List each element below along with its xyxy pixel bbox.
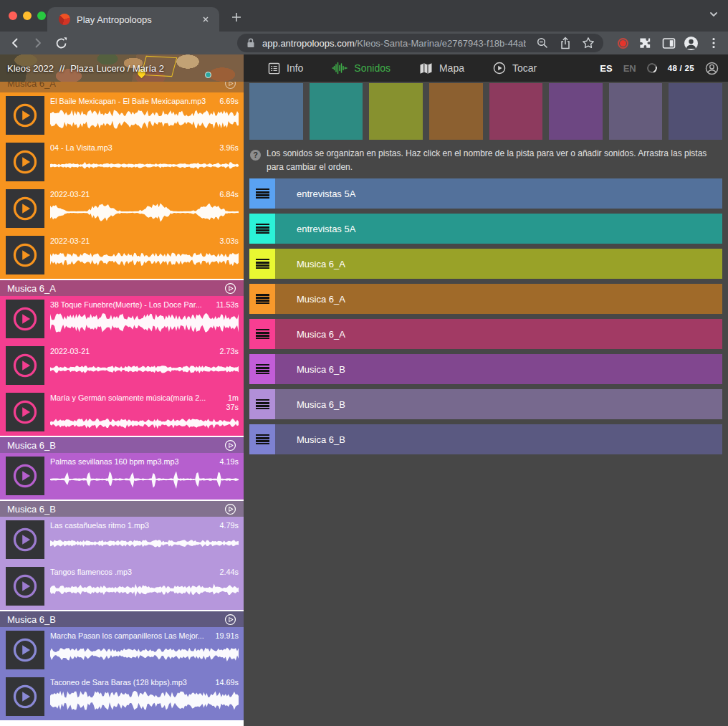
clip-play-button[interactable] xyxy=(6,567,44,606)
track-color-swatch[interactable] xyxy=(249,83,303,140)
track-name[interactable]: Musica 6_A xyxy=(297,294,345,305)
track-color-swatch[interactable] xyxy=(310,83,363,140)
clip-play-button[interactable] xyxy=(6,393,44,431)
clip-play-button[interactable] xyxy=(6,236,44,274)
nav-tab-mapa[interactable]: Mapa xyxy=(419,62,464,75)
play-all-icon[interactable] xyxy=(224,282,236,295)
waveform[interactable] xyxy=(50,201,239,223)
clip-play-button[interactable] xyxy=(6,457,44,495)
forward-button[interactable] xyxy=(30,34,45,52)
play-all-icon[interactable] xyxy=(224,439,236,452)
drag-handle[interactable] xyxy=(249,354,275,384)
clip-play-button[interactable] xyxy=(6,520,44,559)
extensions-puzzle-icon[interactable] xyxy=(639,35,653,51)
breadcrumb-project[interactable]: Kleos 2022 xyxy=(7,63,54,74)
address-bar[interactable]: app.antropoloops.com/Kleos-Santa-Marina/… xyxy=(237,34,603,52)
drag-handle[interactable] xyxy=(249,284,275,314)
track-name[interactable]: Musica 6_B xyxy=(297,399,345,410)
drag-handle[interactable] xyxy=(249,424,275,454)
bookmark-star-icon[interactable] xyxy=(582,36,595,50)
audio-clip[interactable]: Taconeo de Sara Baras (128 kbps).mp3 14.… xyxy=(0,674,244,720)
tab-search-chevron-icon[interactable] xyxy=(708,9,719,20)
track-color-swatch[interactable] xyxy=(429,83,483,140)
minimize-window-button[interactable] xyxy=(23,11,32,20)
reload-button[interactable] xyxy=(54,34,69,52)
track-row[interactable]: Musica 6_B xyxy=(249,424,722,454)
track-color-swatch[interactable] xyxy=(489,83,543,140)
clip-play-button[interactable] xyxy=(6,631,44,669)
waveform[interactable] xyxy=(50,532,239,554)
track-color-swatch[interactable] xyxy=(609,83,663,140)
track-row[interactable]: Musica 6_A xyxy=(249,249,722,279)
lock-icon[interactable] xyxy=(246,37,256,49)
waveform[interactable] xyxy=(50,358,239,380)
waveform[interactable] xyxy=(50,155,239,176)
track-group-header[interactable]: Musica 6_A xyxy=(0,280,244,296)
nav-tab-sonidos[interactable]: Sonidos xyxy=(332,62,391,75)
track-color-swatch[interactable] xyxy=(549,83,603,140)
drag-handle[interactable] xyxy=(249,249,275,279)
maximize-window-button[interactable] xyxy=(37,11,46,20)
side-panel-icon[interactable] xyxy=(661,35,676,51)
track-name[interactable]: entrevistas 5A xyxy=(297,188,355,199)
language-en-button[interactable]: EN xyxy=(623,63,636,74)
track-row[interactable]: entrevistas 5A xyxy=(249,178,722,209)
track-name[interactable]: Musica 6_B xyxy=(297,364,345,375)
track-group-header[interactable]: Musica 6_B xyxy=(0,501,244,517)
clip-play-button[interactable] xyxy=(6,189,44,228)
audio-clip[interactable]: 38 Toque Funebre(Muerte) - Los Doce Par.… xyxy=(0,296,244,343)
track-name[interactable]: Musica 6_A xyxy=(297,259,345,269)
drag-handle[interactable] xyxy=(249,319,275,349)
audio-clip[interactable]: María y Germán solamente música(maría 2.… xyxy=(0,389,244,436)
waveform[interactable] xyxy=(50,689,239,711)
language-es-button[interactable]: ES xyxy=(600,63,612,74)
audio-clip[interactable]: Marcha Pasan los campanilleros Las Mejor… xyxy=(0,627,244,674)
browser-tab[interactable]: Play Antropoloops xyxy=(47,7,219,32)
play-all-icon[interactable] xyxy=(224,82,236,90)
clip-play-button[interactable] xyxy=(6,143,44,181)
track-row[interactable]: Musica 6_B xyxy=(249,389,722,419)
track-name[interactable]: entrevistas 5A xyxy=(297,224,355,234)
zoom-indicator-icon[interactable] xyxy=(536,36,549,50)
macos-window-controls[interactable] xyxy=(9,11,46,20)
profile-avatar[interactable] xyxy=(684,35,699,51)
track-row[interactable]: Musica 6_B xyxy=(249,354,722,384)
waveform[interactable] xyxy=(50,579,239,601)
drag-handle[interactable] xyxy=(249,214,275,244)
audio-clip[interactable]: El Baile Mexicapan - El Baile Mexicapan.… xyxy=(0,92,244,139)
clip-play-button[interactable] xyxy=(6,96,44,135)
clip-play-button[interactable] xyxy=(6,346,44,385)
waveform[interactable] xyxy=(50,248,239,269)
track-group-header[interactable]: Musica 6_B xyxy=(0,437,244,453)
clip-play-button[interactable] xyxy=(6,300,44,338)
nav-tab-tocar[interactable]: Tocar xyxy=(493,62,537,75)
drag-handle[interactable] xyxy=(249,178,275,209)
track-group-header[interactable]: Musica 6_B xyxy=(0,611,244,627)
waveform[interactable] xyxy=(50,643,239,664)
recording-indicator-icon[interactable] xyxy=(616,35,631,51)
track-color-swatch[interactable] xyxy=(369,83,423,140)
waveform[interactable] xyxy=(50,415,239,431)
nav-tab-info[interactable]: Info xyxy=(268,62,303,75)
audio-clip[interactable]: Las castañuelas ritmo 1.mp3 4.79s xyxy=(0,517,244,563)
browser-menu-icon[interactable] xyxy=(707,35,721,51)
audio-clip[interactable]: 2022-03-21 6.84s xyxy=(0,186,244,232)
account-icon[interactable] xyxy=(705,62,719,75)
waveform[interactable] xyxy=(50,108,239,130)
track-name[interactable]: Musica 6_B xyxy=(297,434,345,445)
track-row[interactable]: Musica 6_A xyxy=(249,284,722,314)
new-tab-button[interactable] xyxy=(228,9,245,26)
drag-handle[interactable] xyxy=(249,389,275,419)
tab-close-icon[interactable] xyxy=(199,13,212,26)
audio-clip[interactable]: 2022-03-21 2.73s xyxy=(0,343,244,389)
audio-clip[interactable]: 04 - La Visita.mp3 3.96s xyxy=(0,139,244,186)
waveform[interactable] xyxy=(50,312,239,333)
back-button[interactable] xyxy=(7,34,22,52)
share-icon[interactable] xyxy=(559,36,572,50)
close-window-button[interactable] xyxy=(9,11,17,20)
play-all-icon[interactable] xyxy=(224,613,236,626)
track-row[interactable]: entrevistas 5A xyxy=(249,214,722,244)
track-row[interactable]: Musica 6_A xyxy=(249,319,722,349)
play-all-icon[interactable] xyxy=(224,503,236,515)
waveform[interactable] xyxy=(50,469,239,490)
